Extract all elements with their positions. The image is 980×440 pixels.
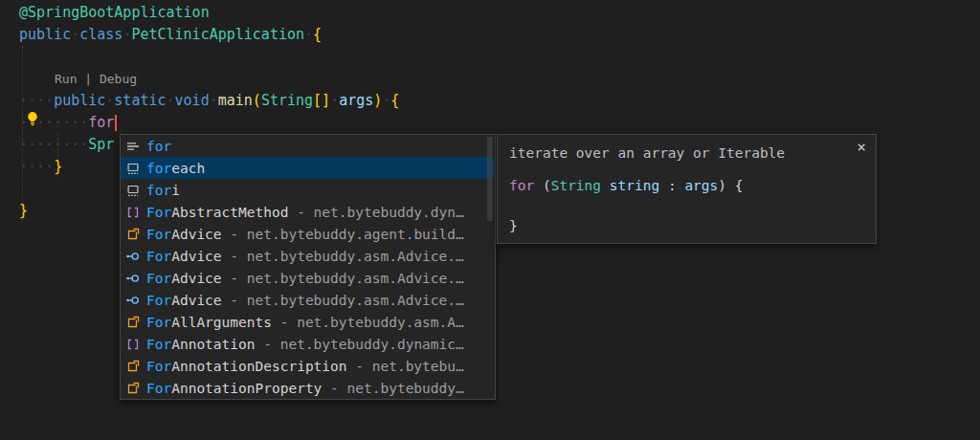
suggest-docs-panel: iterate over an array or Iterable × for …: [497, 134, 877, 244]
suggestion-match-text: for: [146, 183, 171, 198]
codelens-run-link[interactable]: Run: [55, 72, 77, 86]
code-token: ········: [19, 136, 88, 153]
suggestion-item[interactable]: ForAnnotationDescription - net.bytebu…: [121, 355, 495, 377]
suggestion-rest-text: each: [171, 161, 205, 176]
suggestion-item[interactable]: ForAbstractMethod - net.bytebuddy.dyn…: [121, 201, 495, 223]
code-line: Run | Debug: [19, 68, 399, 90]
suggestion-rest-text: Advice: [171, 271, 221, 286]
suggestion-item[interactable]: ForAdvice - net.bytebuddy.agent.build…: [121, 223, 495, 245]
suggestion-match-text: For: [146, 359, 171, 374]
code-token: args: [684, 178, 718, 193]
suggestion-detail: - net.bytebuddy.agent.build…: [222, 227, 464, 242]
suggestion-rest-text: Advice: [171, 293, 221, 308]
suggestion-rest-text: Advice: [171, 249, 221, 264]
suggestion-label: ForAnnotationProperty: [146, 381, 322, 396]
code-line: ····public·static·void·main(String[]·arg…: [19, 90, 399, 112]
suggestion-label: foreach: [146, 161, 205, 176]
code-token: main: [218, 92, 253, 109]
code-token: public: [19, 26, 71, 43]
suggestion-label: fori: [146, 183, 180, 198]
code-token: Spr: [88, 136, 114, 153]
suggestion-item[interactable]: ForAdvice - net.bytebuddy.asm.Advice.…: [121, 267, 495, 289]
quickfix-lightbulb-icon[interactable]: [25, 111, 40, 126]
suggestion-detail: - net.bytebuddy.asm.Advice.…: [222, 293, 464, 308]
suggest-widget: forforeachforiForAbstractMethod - net.by…: [120, 134, 496, 400]
code-token: }: [54, 158, 62, 175]
code-token: }: [19, 202, 28, 219]
suggestion-item[interactable]: ForAnnotation - net.bytebuddy.dynamic…: [121, 333, 495, 355]
code-token: (: [534, 178, 550, 193]
code-token: ·: [105, 92, 114, 109]
suggestion-match-text: For: [146, 315, 171, 330]
code-token: void: [175, 92, 210, 109]
close-icon[interactable]: ×: [857, 140, 866, 155]
suggestion-label: ForAdvice: [146, 249, 222, 264]
interface-icon: [125, 293, 141, 308]
suggestion-detail: - net.bytebuddy.asm.A…: [272, 315, 464, 330]
suggestion-label: ForAnnotationDescription: [146, 359, 347, 374]
code-line: [19, 46, 399, 68]
code-token: ····: [19, 92, 54, 109]
suggestion-detail: - net.bytebuddy.dynamic…: [256, 337, 464, 352]
suggestion-match-text: For: [146, 227, 171, 242]
interface-icon: [125, 271, 141, 286]
suggestion-item[interactable]: ForAllArguments - net.bytebuddy.asm.A…: [121, 311, 495, 333]
codelens-debug-link[interactable]: Debug: [100, 72, 137, 86]
suggestion-item[interactable]: ForAdvice - net.bytebuddy.asm.Advice.…: [121, 289, 495, 311]
code-token: for: [88, 114, 114, 131]
code-line: @SpringBootApplication: [19, 2, 399, 24]
code-token: [659, 178, 668, 193]
suggestion-label: ForAbstractMethod: [146, 205, 288, 220]
reference-icon: [125, 337, 141, 352]
suggestion-item[interactable]: foreach: [121, 157, 495, 179]
code-token: String: [261, 92, 313, 109]
snippet-icon: [125, 183, 141, 198]
vscode-editor-screen: @SpringBootApplicationpublic·class·PetCl…: [0, 0, 980, 440]
code-token: ) {: [718, 178, 743, 193]
code-token: PetClinicApplication: [131, 26, 304, 43]
suggestion-label: ForAdvice: [146, 227, 222, 242]
suggestion-detail: - net.bytebuddy.asm.Advice.…: [222, 249, 464, 264]
suggestion-match-text: For: [146, 249, 171, 264]
suggestion-match-text: for: [146, 161, 171, 176]
class-icon: [125, 381, 141, 396]
suggestion-match-text: For: [146, 205, 171, 220]
code-token: ·: [167, 92, 175, 109]
code-token: [601, 178, 610, 193]
code-token: args: [339, 92, 373, 109]
suggestion-match-text: For: [146, 293, 171, 308]
codelens-separator: |: [77, 72, 99, 86]
suggestion-match-text: For: [146, 381, 171, 396]
code-token: {: [390, 92, 399, 109]
suggestion-detail: - net.bytebuddy.dyn…: [288, 205, 463, 220]
code-line: ········for: [19, 112, 399, 134]
code-token: class: [79, 26, 122, 43]
code-token: ·: [304, 26, 313, 43]
suggestion-item[interactable]: for: [121, 135, 495, 157]
suggestion-match-text: For: [146, 337, 171, 352]
suggestion-item[interactable]: fori: [121, 179, 495, 201]
suggestion-rest-text: Annotation: [171, 337, 255, 352]
suggestion-item[interactable]: ForAdvice - net.bytebuddy.asm.Advice.…: [121, 245, 495, 267]
code-token: String: [551, 178, 601, 193]
suggestion-label: ForAdvice: [146, 293, 222, 308]
class-icon: [125, 359, 141, 374]
code-token: {: [313, 26, 322, 43]
code-token: ·: [330, 92, 339, 109]
suggest-scrollbar[interactable]: [487, 137, 493, 221]
code-token: @SpringBootApplication: [19, 4, 210, 21]
code-token: ·: [382, 92, 390, 109]
suggestion-rest-text: AnnotationProperty: [171, 381, 322, 396]
suggest-list: forforeachforiForAbstractMethod - net.by…: [121, 135, 495, 399]
code-line: public·class·PetClinicApplication·{: [19, 24, 399, 46]
code-token: ): [373, 92, 382, 109]
code-token: ····: [19, 158, 54, 175]
suggestion-label: ForAllArguments: [146, 315, 272, 330]
interface-icon: [125, 249, 141, 264]
class-icon: [125, 227, 141, 242]
suggestion-match-text: for: [146, 139, 171, 154]
docs-code: for (String string : args) { }: [509, 176, 864, 236]
suggestion-detail: - net.bytebuddy…: [322, 381, 463, 396]
docs-summary: iterate over an array or Iterable: [509, 145, 785, 161]
suggestion-item[interactable]: ForAnnotationProperty - net.bytebuddy…: [121, 377, 495, 399]
